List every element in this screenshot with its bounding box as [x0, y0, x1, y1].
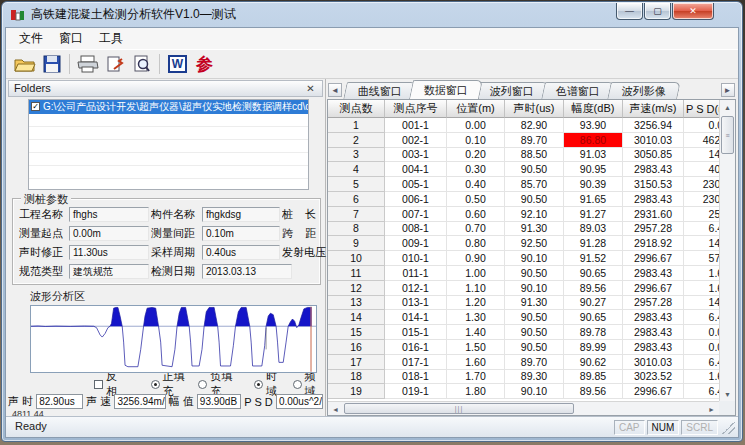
column-header[interactable]: 位置(m) — [447, 100, 505, 118]
table-cell[interactable]: 2957.28 — [623, 296, 684, 311]
table-cell[interactable]: 005-1 — [385, 177, 447, 192]
table-cell[interactable]: 10 — [328, 251, 385, 266]
table-cell[interactable]: 90.10 — [505, 281, 564, 296]
table-cell[interactable]: 0.90 — [447, 251, 505, 266]
table-cell[interactable]: 90.50 — [505, 192, 564, 207]
param-field[interactable]: fhgkdsg — [202, 207, 280, 222]
scroll-right-icon[interactable]: ► — [704, 402, 719, 416]
table-cell[interactable]: 18 — [328, 370, 385, 385]
folders-panel-header[interactable]: Folders ✕ — [8, 80, 323, 97]
positive-fill-radio[interactable] — [151, 380, 160, 389]
table-cell[interactable]: 11 — [328, 266, 385, 281]
table-cell[interactable]: 89.70 — [505, 133, 564, 148]
table-cell[interactable]: 82.90 — [505, 118, 564, 133]
table-cell[interactable]: 011-1 — [385, 266, 447, 281]
scroll-left-icon[interactable]: ◄ — [328, 402, 343, 416]
table-cell[interactable]: 2 — [328, 133, 385, 148]
table-cell[interactable]: 1.80 — [447, 384, 505, 399]
table-cell[interactable]: 0.50 — [447, 192, 505, 207]
table-cell[interactable]: 89.70 — [505, 355, 564, 370]
table-cell[interactable]: 0.00 — [684, 340, 719, 355]
table-cell[interactable]: 004-1 — [385, 162, 447, 177]
table-cell[interactable]: 3010.03 — [623, 355, 684, 370]
scroll-up-icon[interactable]: ▲ — [720, 100, 735, 114]
table-cell[interactable]: 85.70 — [505, 177, 564, 192]
table-cell[interactable]: 0.70 — [447, 222, 505, 237]
table-cell[interactable]: 013-1 — [385, 296, 447, 311]
word-export-button[interactable]: W — [164, 52, 191, 77]
tab-scroll-right-icon[interactable]: ► — [721, 83, 735, 97]
table-cell[interactable]: 1 — [328, 118, 385, 133]
sound-velocity-value[interactable]: 3256.94m/s — [114, 394, 165, 409]
negative-fill-radio[interactable] — [198, 380, 207, 389]
param-field[interactable]: 0.00m — [69, 226, 149, 241]
param-field[interactable]: 0.10m — [202, 226, 280, 241]
table-cell[interactable]: 25.6 — [684, 207, 719, 222]
table-cell[interactable]: 2983.43 — [623, 340, 684, 355]
table-cell[interactable]: 2931.60 — [623, 207, 684, 222]
table-row[interactable]: 15015-11.4090.5089.782983.430.00 — [328, 325, 719, 340]
table-cell[interactable]: 90.39 — [564, 177, 623, 192]
invert-checkbox[interactable] — [94, 380, 103, 389]
table-cell[interactable]: 2996.67 — [623, 281, 684, 296]
table-cell[interactable]: 6.40 — [684, 355, 719, 370]
table-cell[interactable]: 1.70 — [447, 370, 505, 385]
table-cell[interactable]: 008-1 — [385, 222, 447, 237]
table-row[interactable]: 7007-10.6092.1091.272931.6025.6 — [328, 207, 719, 222]
table-cell[interactable]: 92.50 — [505, 236, 564, 251]
table-cell[interactable]: 93.90 — [564, 118, 623, 133]
table-cell[interactable]: 001-1 — [385, 118, 447, 133]
param-field[interactable]: 11.30us — [69, 245, 149, 260]
table-row[interactable]: 1001-10.0082.9093.903256.940.00 — [328, 118, 719, 133]
table-cell[interactable]: 015-1 — [385, 325, 447, 340]
table-cell[interactable]: 3150.53 — [623, 177, 684, 192]
table-cell[interactable]: 0.00 — [447, 118, 505, 133]
table-cell[interactable]: 17 — [328, 355, 385, 370]
table-cell[interactable]: 90.50 — [505, 162, 564, 177]
table-cell[interactable]: 90.27 — [564, 296, 623, 311]
vertical-scrollbar[interactable]: ▲ ≡ ▼ — [719, 100, 735, 401]
menu-file[interactable]: 文件 — [11, 28, 51, 49]
table-cell[interactable]: 88.50 — [505, 148, 564, 163]
table-cell[interactable]: 1.60 — [684, 281, 719, 296]
table-cell[interactable]: 16 — [328, 340, 385, 355]
table-cell[interactable]: 6.40 — [684, 384, 719, 399]
export-button[interactable] — [101, 52, 128, 77]
table-cell[interactable]: 2983.43 — [623, 325, 684, 340]
table-cell[interactable]: 2983.43 — [623, 162, 684, 177]
table-cell[interactable]: 1.60 — [447, 355, 505, 370]
table-row[interactable]: 3003-10.2088.5091.033050.8514.4 — [328, 148, 719, 163]
table-cell[interactable]: 1.00 — [447, 266, 505, 281]
table-cell[interactable]: 006-1 — [385, 192, 447, 207]
param-field[interactable]: fhghs — [69, 207, 149, 222]
table-cell[interactable]: 91.52 — [564, 251, 623, 266]
table-cell[interactable]: 4 — [328, 162, 385, 177]
table-cell[interactable]: 1.20 — [447, 296, 505, 311]
table-cell[interactable]: 230.4 — [684, 192, 719, 207]
table-cell[interactable]: 009-1 — [385, 236, 447, 251]
table-cell[interactable]: 2983.43 — [623, 266, 684, 281]
amplitude-value[interactable]: 93.90dB — [197, 394, 241, 409]
table-cell[interactable]: 90.50 — [505, 266, 564, 281]
table-cell[interactable]: 018-1 — [385, 370, 447, 385]
table-cell[interactable]: 1.40 — [447, 325, 505, 340]
horizontal-scrollbar[interactable]: ◄ ||| ► — [328, 401, 719, 415]
maximize-button[interactable]: ▢ — [644, 3, 671, 20]
table-cell[interactable]: 002-1 — [385, 133, 447, 148]
table-cell[interactable]: 40.0 — [684, 162, 719, 177]
table-row[interactable]: 2002-10.1089.7086.803010.03462.4 — [328, 133, 719, 148]
table-cell[interactable]: 010-1 — [385, 251, 447, 266]
table-cell[interactable]: 1.60 — [684, 370, 719, 385]
table-cell[interactable]: 90.10 — [505, 251, 564, 266]
column-header[interactable]: 测点序号 — [385, 100, 447, 118]
table-cell[interactable]: 13 — [328, 296, 385, 311]
table-cell[interactable]: 19 — [328, 384, 385, 399]
table-cell[interactable]: 15 — [328, 325, 385, 340]
table-cell[interactable]: 91.03 — [564, 148, 623, 163]
table-row[interactable]: 11011-11.0090.5090.652983.431.60 — [328, 266, 719, 281]
table-cell[interactable]: 89.30 — [505, 370, 564, 385]
parameters-button[interactable]: 参 — [191, 52, 218, 77]
time-domain-radio[interactable] — [254, 380, 263, 389]
menu-tools[interactable]: 工具 — [91, 28, 131, 49]
tab-spectrum-window[interactable]: 色谱窗口 — [541, 82, 615, 99]
